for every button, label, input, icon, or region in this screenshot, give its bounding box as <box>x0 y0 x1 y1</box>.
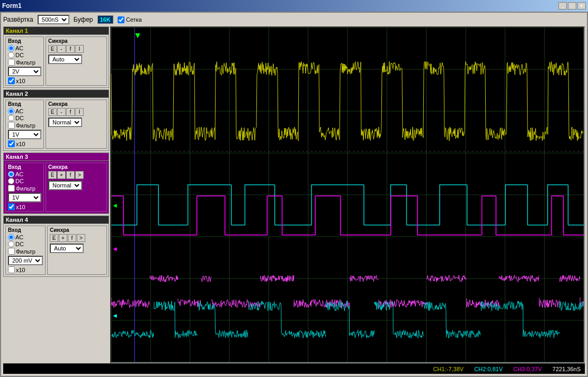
ch2-x10-row: x10 <box>8 140 41 147</box>
ch2-x10-checkbox[interactable] <box>8 140 15 147</box>
window-controls[interactable]: _ □ × <box>558 2 586 10</box>
scope-display[interactable]: ▼ ◄ ◄ ◄ ◄ <box>110 26 585 363</box>
ch3-input-label: Вход <box>8 164 41 170</box>
ch2-dc-radio[interactable] <box>8 115 14 121</box>
ch3-sync-btn-e[interactable]: E <box>48 171 57 179</box>
ch2-sync-title: Синхра <box>48 101 104 107</box>
ch2-filter-row: Фильтр <box>8 122 41 129</box>
ch1-filter-row: Фильтр <box>8 59 41 66</box>
title-bar: Form1 _ □ × <box>0 0 588 12</box>
ch3-sync-btn-f[interactable]: f <box>66 171 75 179</box>
trigger-marker: ▼ <box>133 31 142 40</box>
ch4-voltage-select[interactable]: 200 mV500mV1V <box>8 256 43 265</box>
ch1-input-group: Вход AC DC Фильтр <box>5 37 44 86</box>
ch3-filter-label: Фильтр <box>16 185 35 192</box>
ch3-sync-btn-gt[interactable]: > <box>75 171 84 179</box>
ch4-sync-btn-plus[interactable]: + <box>59 234 67 242</box>
channel-4-panel: Канал 4 Вход AC DC <box>3 216 109 277</box>
ch4-sync-btn-e[interactable]: E <box>50 234 58 242</box>
ch3-sync-mode-select[interactable]: NormalAuto <box>48 181 82 190</box>
ch2-sync-btn-f[interactable]: f <box>66 108 75 116</box>
ch4-dc-radio[interactable] <box>8 241 14 247</box>
ch1-volt-row: 2V1V500mV <box>8 67 41 76</box>
ch4-x10-label: x10 <box>16 267 25 273</box>
grid-checkbox[interactable] <box>118 16 124 23</box>
ch2-ac-radio[interactable] <box>8 108 14 114</box>
ch3-ac-label: AC <box>15 171 23 177</box>
grid-checkbox-row: Сетка <box>118 16 142 23</box>
ch4-filter-checkbox[interactable] <box>8 248 15 255</box>
ch2-dc-label: DC <box>15 115 24 121</box>
ch4-header: Канал 4 <box>4 216 109 224</box>
ch4-sync-btn-gt[interactable]: > <box>77 234 85 242</box>
ch4-ac-radio[interactable] <box>8 234 14 240</box>
ch2-body: Вход AC DC Фильтр <box>4 98 109 150</box>
ch4-volt-row: 200 mV500mV1V <box>8 256 43 265</box>
ch3-filter-checkbox[interactable] <box>8 185 15 192</box>
sweep-dropdown[interactable]: 500nS 1µS 2µS <box>38 15 69 24</box>
ch3-filter-row: Фильтр <box>8 185 41 192</box>
ch2-sync-btn-i[interactable]: I <box>75 108 84 116</box>
left-panel: Канал 1 Вход AC DC <box>3 26 109 363</box>
channel-2-panel: Канал 2 Вход AC DC <box>3 89 109 151</box>
ch3-ac-radio[interactable] <box>8 171 14 177</box>
ch1-dc-radio[interactable] <box>8 52 14 58</box>
window-title: Form1 <box>2 2 22 10</box>
ch1-sync-btn-i[interactable]: I <box>75 45 84 53</box>
ch2-sync-btn-minus[interactable]: - <box>57 108 66 116</box>
ch1-dc-label: DC <box>15 52 24 58</box>
ch1-x10-checkbox[interactable] <box>8 77 15 84</box>
ch1-dc-row: DC <box>8 52 41 58</box>
ch2-level-indicator: ◄ <box>112 202 118 209</box>
ch2-input-label: Вход <box>8 101 41 107</box>
ch4-level-indicator: ◄ <box>112 312 118 319</box>
buffer-value: 16K <box>97 15 113 24</box>
ch3-voltage-select[interactable]: 1V2V500mV <box>8 193 41 202</box>
ch1-sync-mode-select[interactable]: AutoNormal <box>48 55 82 64</box>
grid-label: Сетка <box>126 16 142 23</box>
ch4-x10-checkbox[interactable] <box>8 266 15 273</box>
main-window: Развёртка 500nS 1µS 2µS Буфер 16K Сетка … <box>0 12 588 377</box>
ch1-voltage-select[interactable]: 2V1V500mV <box>8 67 41 76</box>
ch1-body: Вход AC DC Фильтр <box>4 35 109 87</box>
ch1-filter-checkbox[interactable] <box>8 59 15 66</box>
ch2-filter-checkbox[interactable] <box>8 122 15 129</box>
ch1-sync-btn-e[interactable]: E <box>48 45 57 53</box>
ch1-level-indicator: ◄ <box>112 128 118 136</box>
ch4-sync-btn-f[interactable]: f <box>68 234 76 242</box>
ch3-sync-buttons: E + f > <box>48 171 104 179</box>
channel-1-panel: Канал 1 Вход AC DC <box>3 26 109 88</box>
ch3-x10-checkbox[interactable] <box>8 203 15 210</box>
ch3-sync-btn-plus[interactable]: + <box>57 171 66 179</box>
ch2-dc-row: DC <box>8 115 41 121</box>
ch1-x10-row: x10 <box>8 77 41 84</box>
ch1-input-label: Вход <box>8 38 41 44</box>
ch4-ac-label: AC <box>15 234 23 240</box>
ch2-volt-row: 1V2V500mV <box>8 130 41 139</box>
ch4-sync-mode-select[interactable]: AutoNormal <box>50 244 84 253</box>
ch1-sync-btn-f[interactable]: f <box>66 45 75 53</box>
ch2-sync-mode-select[interactable]: NormalAuto <box>48 118 82 127</box>
close-button[interactable]: × <box>577 2 586 10</box>
ch4-sync-buttons: E + f > <box>50 234 104 242</box>
ch2-filter-label: Фильтр <box>16 122 35 129</box>
minimize-button[interactable]: _ <box>558 2 567 10</box>
ch3-body: Вход AC DC Фильтр <box>4 161 109 213</box>
ch2-ac-row: AC <box>8 108 41 114</box>
ch1-ac-radio[interactable] <box>8 45 14 51</box>
status-time: 7221,36nS <box>553 366 581 372</box>
maximize-button[interactable]: □ <box>568 2 576 10</box>
ch3-dc-label: DC <box>15 178 24 184</box>
ch3-sync-group: Синхра E + f > NormalAuto <box>46 163 107 212</box>
status-ch2: CH2:0,81V <box>474 366 503 372</box>
ch3-dc-radio[interactable] <box>8 178 14 184</box>
ch1-sync-btn-minus[interactable]: - <box>57 45 66 53</box>
top-controls: Развёртка 500nS 1µS 2µS Буфер 16K Сетка <box>3 15 585 24</box>
ch4-dc-row: DC <box>8 241 43 247</box>
ch2-voltage-select[interactable]: 1V2V500mV <box>8 130 41 139</box>
ch1-ac-label: AC <box>15 45 23 51</box>
ch2-sync-btn-e[interactable]: E <box>48 108 57 116</box>
ch1-x10-label: x10 <box>16 78 25 84</box>
ch3-input-group: Вход AC DC Фильтр <box>5 163 44 212</box>
ch1-sync-title: Синхра <box>48 38 104 44</box>
